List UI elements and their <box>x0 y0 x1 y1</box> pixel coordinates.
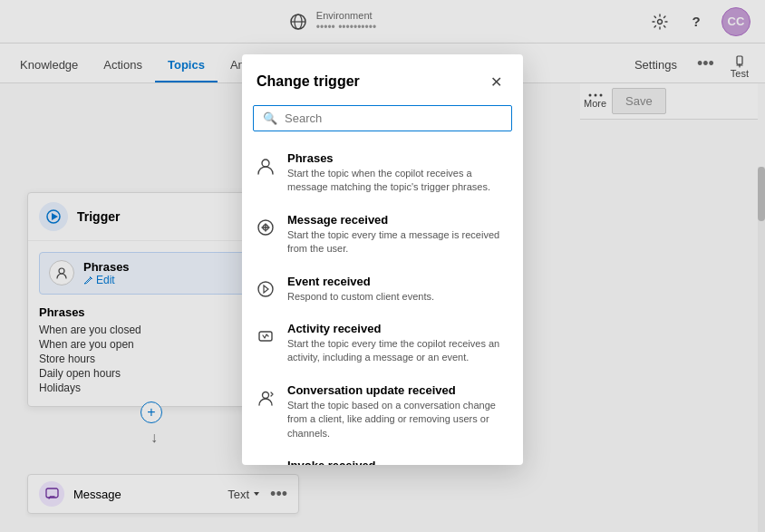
invoke-received-text: Invoke received Respond to advanced inpu… <box>287 459 512 465</box>
svg-point-17 <box>262 160 269 167</box>
phrases-item-icon <box>253 153 278 179</box>
modal-item-activity-received[interactable]: Activity received Start the topic every … <box>242 313 523 374</box>
event-received-title: Event received <box>287 275 512 288</box>
phrases-item-desc: Start the topic when the copilot receive… <box>287 167 512 195</box>
modal-overlay: Change trigger ✕ 🔍 Phrases Start the top… <box>0 0 765 532</box>
event-received-desc: Respond to custom client events. <box>287 290 512 304</box>
message-received-desc: Start the topic every time a message is … <box>287 228 512 256</box>
change-trigger-modal: Change trigger ✕ 🔍 Phrases Start the top… <box>242 54 523 465</box>
message-received-text: Message received Start the topic every t… <box>287 213 512 256</box>
svg-point-20 <box>258 282 273 296</box>
modal-close-button[interactable]: ✕ <box>483 69 508 94</box>
message-received-icon <box>253 215 278 240</box>
modal-item-invoke-received[interactable]: Invoke received Respond to advanced inpu… <box>242 450 523 465</box>
modal-search-input[interactable] <box>285 111 502 125</box>
svg-point-22 <box>263 392 269 398</box>
message-received-title: Message received <box>287 213 512 227</box>
invoke-received-title: Invoke received <box>287 459 512 465</box>
phrases-item-text: Phrases Start the topic when the copilot… <box>287 151 512 195</box>
activity-received-title: Activity received <box>287 322 512 335</box>
phrases-item-title: Phrases <box>287 151 512 165</box>
modal-item-message-received[interactable]: Message received Start the topic every t… <box>242 204 523 266</box>
modal-item-list: Phrases Start the topic when the copilot… <box>242 139 523 465</box>
activity-received-text: Activity received Start the topic every … <box>287 322 512 365</box>
modal-search-icon: 🔍 <box>263 111 277 125</box>
conversation-update-desc: Start the topic based on a conversation … <box>287 399 512 440</box>
event-received-icon <box>253 276 278 302</box>
modal-title: Change trigger <box>257 73 360 90</box>
modal-search-box[interactable]: 🔍 <box>253 105 512 131</box>
conversation-update-icon <box>253 385 278 411</box>
modal-header: Change trigger ✕ <box>242 54 523 105</box>
invoke-received-icon <box>253 460 278 465</box>
activity-received-icon <box>253 324 278 349</box>
modal-item-phrases[interactable]: Phrases Start the topic when the copilot… <box>242 142 523 204</box>
conversation-update-text: Conversation update received Start the t… <box>287 383 512 440</box>
event-received-text: Event received Respond to custom client … <box>287 275 512 304</box>
modal-item-conversation-update[interactable]: Conversation update received Start the t… <box>242 374 523 450</box>
modal-item-event-received[interactable]: Event received Respond to custom client … <box>242 266 523 313</box>
conversation-update-title: Conversation update received <box>287 383 512 397</box>
activity-received-desc: Start the topic every time the copilot r… <box>287 337 512 365</box>
